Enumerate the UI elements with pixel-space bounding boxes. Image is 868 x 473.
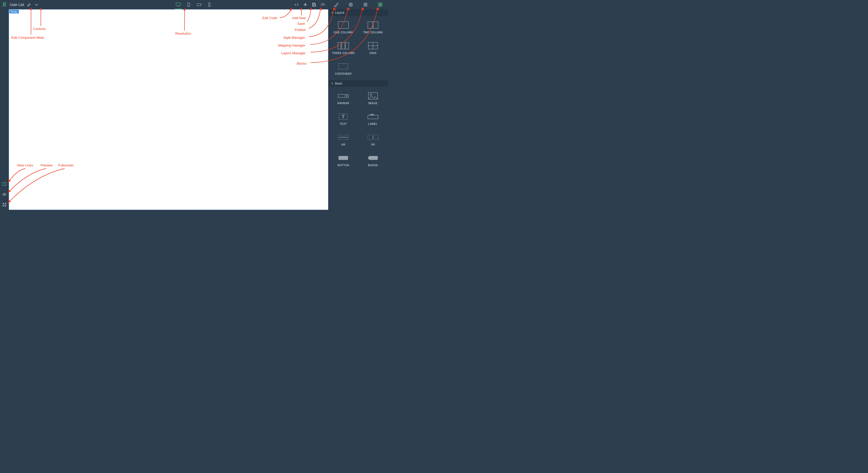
svg-rect-15 bbox=[3, 183, 6, 186]
page-title: User List bbox=[9, 3, 26, 7]
svg-rect-18 bbox=[368, 22, 373, 28]
svg-point-16 bbox=[4, 194, 5, 195]
svg-rect-17 bbox=[338, 22, 348, 28]
section-header-basic[interactable]: ▼ Basic bbox=[329, 80, 388, 87]
blocks-panel: ▼ Layout ONE COLUMN TWO COLUMN THREE COL… bbox=[328, 9, 388, 210]
top-bar: User List bbox=[0, 0, 388, 9]
section-title: Layout bbox=[335, 11, 344, 14]
svg-point-2 bbox=[188, 6, 189, 6]
svg-text:BUTTON: BUTTON bbox=[339, 157, 348, 159]
block-badge[interactable]: Badge BADGE bbox=[358, 150, 388, 170]
save-button[interactable] bbox=[310, 0, 318, 9]
device-switcher bbox=[173, 0, 215, 9]
tab-style-manager[interactable] bbox=[330, 0, 342, 9]
svg-rect-21 bbox=[342, 42, 345, 49]
svg-rect-26 bbox=[368, 93, 378, 99]
edit-meta-button[interactable] bbox=[26, 0, 33, 9]
section-title: Basic bbox=[335, 82, 342, 85]
right-panel-tabs bbox=[328, 0, 388, 9]
svg-point-10 bbox=[350, 4, 351, 5]
svg-rect-13 bbox=[378, 5, 380, 6]
svg-rect-19 bbox=[373, 22, 378, 28]
svg-rect-20 bbox=[338, 42, 341, 49]
basic-blocks: NAVBAR IMAGE T TEXT Label LABEL HR VR BU… bbox=[329, 87, 388, 171]
tab-mapping-manager[interactable] bbox=[345, 0, 357, 9]
publish-button[interactable] bbox=[318, 0, 327, 9]
svg-text:T: T bbox=[342, 114, 345, 119]
edit-code-button[interactable] bbox=[292, 0, 301, 9]
svg-rect-12 bbox=[380, 3, 382, 4]
device-mobile[interactable] bbox=[204, 0, 215, 9]
svg-text:Label: Label bbox=[370, 114, 374, 115]
preview-button[interactable] bbox=[0, 189, 9, 199]
svg-text:Badge: Badge bbox=[370, 157, 376, 159]
controls-dropdown[interactable] bbox=[33, 0, 40, 9]
block-image[interactable]: IMAGE bbox=[358, 88, 388, 108]
device-desktop[interactable] bbox=[173, 0, 184, 9]
block-button[interactable]: BUTTON BUTTON bbox=[329, 150, 358, 170]
block-text[interactable]: T TEXT bbox=[329, 108, 358, 129]
caret-down-icon: ▼ bbox=[331, 82, 334, 85]
topbar-left: User List bbox=[0, 0, 40, 9]
block-label[interactable]: Label LABEL bbox=[358, 108, 388, 129]
view-lines-button[interactable] bbox=[0, 179, 9, 189]
svg-rect-24 bbox=[339, 64, 348, 69]
selection-badge: Body bbox=[9, 10, 19, 13]
block-container[interactable]: CONTAINER bbox=[329, 58, 358, 79]
tab-layers-manager[interactable] bbox=[360, 0, 371, 9]
svg-point-27 bbox=[370, 94, 372, 95]
layout-blocks: ONE COLUMN TWO COLUMN THREE COLUMN GRID … bbox=[329, 16, 388, 80]
block-hr[interactable]: HR bbox=[329, 129, 358, 150]
device-tablet-portrait[interactable] bbox=[184, 0, 194, 9]
block-three-column[interactable]: THREE COLUMN bbox=[329, 38, 358, 58]
svg-rect-30 bbox=[368, 115, 378, 119]
svg-rect-22 bbox=[346, 42, 349, 49]
canvas[interactable]: Body bbox=[9, 9, 328, 210]
section-header-layout[interactable]: ▼ Layout bbox=[329, 9, 388, 16]
svg-rect-14 bbox=[380, 5, 382, 6]
block-two-column[interactable]: TWO COLUMN bbox=[358, 17, 388, 38]
left-toolbar bbox=[0, 9, 9, 210]
app-logo[interactable] bbox=[0, 0, 9, 9]
svg-rect-11 bbox=[378, 3, 380, 4]
block-navbar[interactable]: NAVBAR bbox=[329, 88, 358, 108]
add-new-button[interactable] bbox=[301, 0, 310, 9]
device-tablet-landscape[interactable] bbox=[194, 0, 204, 9]
fullscreen-button[interactable] bbox=[0, 199, 9, 210]
block-grid[interactable]: GRID bbox=[358, 38, 388, 58]
svg-rect-8 bbox=[313, 5, 315, 6]
svg-rect-0 bbox=[176, 3, 181, 6]
block-one-column[interactable]: ONE COLUMN bbox=[329, 17, 358, 38]
workspace: Body bbox=[9, 9, 328, 210]
caret-down-icon: ▼ bbox=[331, 11, 334, 14]
tab-blocks[interactable] bbox=[374, 0, 386, 9]
block-vr[interactable]: VR bbox=[358, 129, 388, 150]
